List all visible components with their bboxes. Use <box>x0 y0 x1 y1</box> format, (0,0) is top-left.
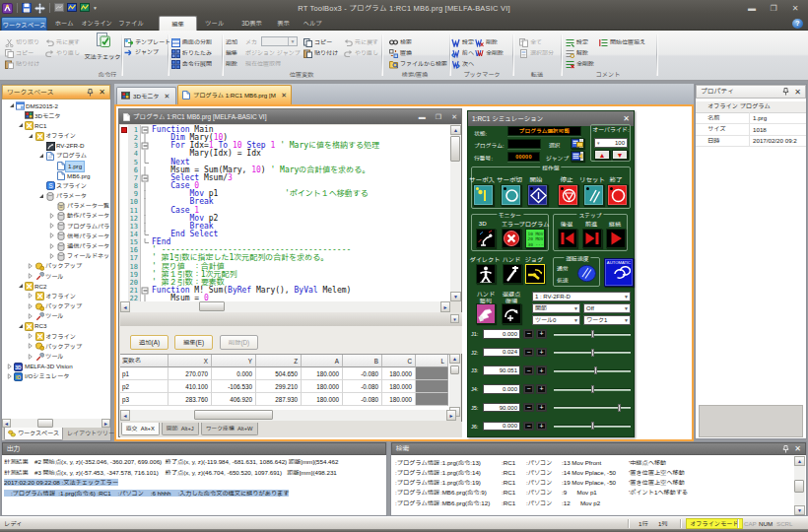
table-cell[interactable] <box>416 367 448 380</box>
automatic-button[interactable]: AUTOMATIC <box>604 258 634 287</box>
workspace-tab-ワークスペース[interactable]: ワークスペース <box>4 428 63 440</box>
joint-slider-thumb[interactable] <box>591 385 594 393</box>
table-cell[interactable]: 283.760 <box>168 393 212 406</box>
table-cell-name[interactable]: p3 <box>120 393 168 406</box>
code-area[interactable]: Function Main Dim Mary(10) For Idx=1 To … <box>150 125 450 301</box>
expander-open-icon[interactable] <box>18 323 25 330</box>
maximize-button[interactable]: ❐ <box>767 4 780 13</box>
editor-fold-margin[interactable] <box>141 125 150 301</box>
doc-tab-3d-monitor[interactable]: 3Dモニタ ✕ <box>116 87 176 104</box>
expander-closed-icon[interactable] <box>49 223 56 230</box>
table-cell[interactable]: -0.080 <box>343 393 382 406</box>
scroll-down-icon[interactable]: ▼ <box>450 292 461 301</box>
scrollbar-thumb[interactable] <box>199 301 225 311</box>
pendant-button-サーボ入[interactable] <box>473 184 494 206</box>
table-cell[interactable]: 180.000 <box>302 380 343 393</box>
pendant-button-後退[interactable] <box>558 229 577 248</box>
table-cell[interactable]: -106.530 <box>212 380 256 393</box>
line-jump-button[interactable] <box>571 151 584 162</box>
joint-value-J2:[interactable]: 0.024 <box>483 348 520 358</box>
pendant-button-3D[interactable] <box>476 229 496 248</box>
editor-restore-icon[interactable]: ❐ <box>436 114 441 120</box>
ribbon-tab-オンライン[interactable]: オンライン <box>81 16 112 31</box>
editor-close-icon[interactable]: ✕ <box>451 114 457 120</box>
pendant-button-開始[interactable] <box>527 184 548 206</box>
ribbon-button-解除[interactable]: 解除 <box>566 48 588 58</box>
table-cell[interactable]: 270.070 <box>168 367 212 380</box>
scrollbar-thumb[interactable] <box>450 136 460 162</box>
table-header-C[interactable]: C <box>382 355 416 367</box>
scroll-up-icon[interactable]: ▲ <box>449 354 460 364</box>
pin-icon[interactable] <box>782 88 789 96</box>
table-cell[interactable]: 180.000 <box>382 380 416 393</box>
scroll-up-icon[interactable]: ▲ <box>794 456 805 466</box>
property-value[interactable]: 2017/02/20 09:2 <box>750 137 806 144</box>
pendant-button-retract[interactable] <box>502 303 521 324</box>
output-line[interactable]: 2017:02:20 09:22:08 :文法チェックエラー <box>4 478 386 488</box>
move-icon[interactable] <box>34 3 45 14</box>
splitter-button-icon[interactable]: ▾ <box>450 314 459 323</box>
scroll-right-icon[interactable]: ► <box>101 419 110 428</box>
table-cell[interactable]: 180.000 <box>302 393 343 406</box>
close-panel-icon[interactable]: ✕ <box>99 88 105 97</box>
ribbon-button-開始位置揃え[interactable]: 開始位置揃え <box>599 37 645 47</box>
table-cell[interactable]: 299.210 <box>256 380 302 393</box>
editor-horizontal-scrollbar[interactable]: ◄ ► <box>120 301 450 312</box>
scrollbar-thumb[interactable] <box>450 366 459 374</box>
close-panel-icon[interactable]: ✕ <box>794 444 801 453</box>
search-result-row[interactable]: :プログラム情報:MB6.prg(命令:12):RC1:パソコン:12 Mov … <box>391 499 793 508</box>
editor-splitter[interactable]: ▾ <box>120 312 462 326</box>
pendant-button-終了[interactable] <box>607 184 628 206</box>
tree-item-フィールドネットワーク[interactable]: フィールドネットワーク <box>2 251 110 261</box>
table-header-A[interactable]: A <box>302 355 343 367</box>
tree-item-プログラム[interactable]: プログラム <box>2 151 110 161</box>
expander-closed-icon[interactable] <box>28 333 34 340</box>
tree-item-RC3[interactable]: RC3 <box>2 321 110 331</box>
ribbon-tab-3D表示[interactable]: 3D表示 <box>236 16 268 31</box>
table-header-X[interactable]: X <box>168 355 212 367</box>
scroll-down-icon[interactable]: ▼ <box>794 505 805 515</box>
pendant-button-プログラム[interactable]: 10 MOV20 MOV30 ---- <box>525 229 545 248</box>
table-header-B[interactable]: B <box>343 355 382 367</box>
expander-open-icon[interactable] <box>38 193 45 200</box>
ribbon-tab-ヘルプ[interactable]: ヘルプ <box>299 16 326 31</box>
tree-item-パラメータ[interactable]: パラメータ <box>2 191 110 201</box>
tree-item-I/Oシミュレータ[interactable]: IOI/Oシミュレータ <box>2 371 110 381</box>
joint-plus-J3:[interactable]: + <box>536 366 547 375</box>
override-up-button[interactable]: ▲ <box>594 150 610 160</box>
expander-closed-icon[interactable] <box>28 354 34 361</box>
scroll-left-icon[interactable]: ◄ <box>120 410 130 421</box>
search-result-row[interactable]: :プログラム情報:1.prg(命令:14):RC1:パソコン:14 Mov Pp… <box>391 468 793 478</box>
table-header-Y[interactable]: Y <box>212 355 256 367</box>
table-cell-name[interactable]: p2 <box>120 380 168 393</box>
minimize-button[interactable]: ▬ <box>745 4 759 13</box>
ribbon-button-コピー[interactable]: コピー <box>303 37 332 47</box>
speed-toggle-button[interactable] <box>577 264 596 283</box>
tree-item-バックアップ[interactable]: バックアップ <box>2 342 110 352</box>
ribbon-button-折りたたみ[interactable]: 折りたたみ <box>171 48 212 58</box>
pendant-button-エラー[interactable] <box>502 229 521 248</box>
table-header-Z[interactable]: Z <box>256 355 302 367</box>
tree-item-パラメータ一覧[interactable]: パラメータ一覧 <box>2 201 110 211</box>
ribbon-button-検索[interactable]: 検索 <box>389 37 412 47</box>
ribbon-button-前へ[interactable]: 前へ <box>451 48 474 58</box>
tree-item-動作パラメータ[interactable]: 動作パラメータ <box>2 211 110 221</box>
joint-minus-J2:[interactable]: − <box>523 348 534 358</box>
tree-item-ツール[interactable]: ツール <box>2 352 110 362</box>
table-cell[interactable] <box>416 380 448 393</box>
jog-mode-combo[interactable]: 関節▼ <box>532 303 580 313</box>
pendant-button-hand-align[interactable] <box>476 303 496 324</box>
joint-minus-J6:[interactable]: − <box>523 422 534 432</box>
table-cell[interactable]: 287.930 <box>256 393 302 406</box>
search-result-row[interactable]: :プログラム情報:1.prg(命令:13):RC1:パソコン:13 Mov Pf… <box>391 458 793 468</box>
table-cell[interactable]: -0.080 <box>343 380 382 393</box>
ribbon-button-置換[interactable]: 置換 <box>389 48 412 58</box>
joint-plus-J5:[interactable]: + <box>536 403 547 413</box>
help-icon[interactable]: ? <box>792 19 803 29</box>
table-header-L[interactable]: L <box>416 355 448 367</box>
expander-open-icon[interactable] <box>38 153 45 160</box>
joint-slider-thumb[interactable] <box>591 330 594 338</box>
scrollbar-thumb[interactable] <box>794 480 804 493</box>
ribbon-tab-ホーム[interactable]: ホーム <box>51 16 77 31</box>
output-line[interactable]: 計測結果 #2 開始点(x, y, z)(-352.046, -360.207,… <box>4 457 386 467</box>
